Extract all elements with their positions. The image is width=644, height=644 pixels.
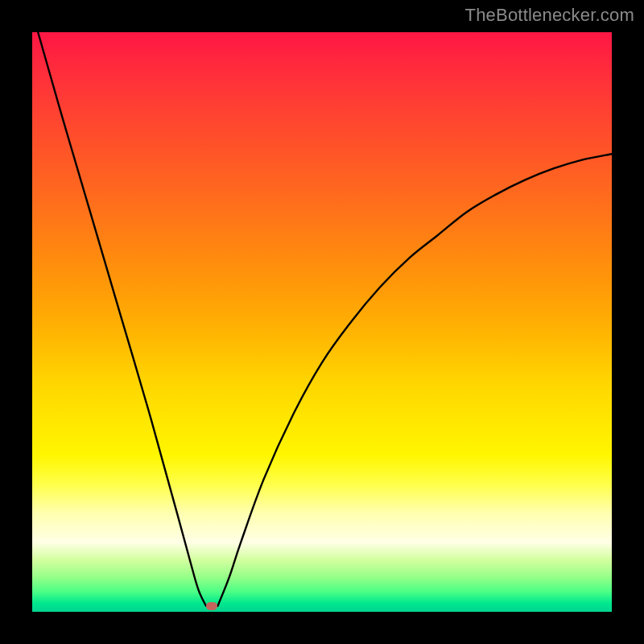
watermark-text: TheBottlenecker.com (465, 5, 634, 26)
plot-area (32, 32, 612, 612)
curve-left-branch (38, 32, 206, 606)
curve-right-branch (217, 154, 612, 606)
chart-frame: TheBottlenecker.com (0, 0, 644, 644)
optimal-point-marker (206, 602, 217, 610)
bottleneck-curve (32, 32, 612, 612)
